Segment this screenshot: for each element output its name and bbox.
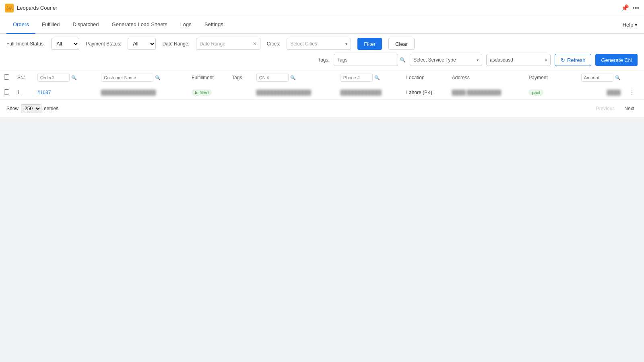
row-fulfillment: fulfilled <box>188 85 228 100</box>
th-address: Address <box>448 70 525 85</box>
app-branding: 🐆 Leopards Courier <box>5 4 57 12</box>
date-clear-icon[interactable]: ✕ <box>253 41 257 47</box>
row-amount: ████ <box>561 85 625 100</box>
cn-value: ████████████████ <box>256 90 311 95</box>
row-more-icon[interactable]: ⋮ <box>629 89 635 96</box>
table-row: 1 #1037 ████████████████ fulfilled █████… <box>0 85 644 100</box>
amount-search-icon[interactable]: 🔍 <box>615 75 621 80</box>
payment-status-select[interactable]: All Paid Unpaid <box>128 38 156 50</box>
row-payment: paid <box>524 85 561 100</box>
row-phone: ████████████ <box>336 85 402 100</box>
filter-row-2: Tags: 🔍 Select Service Type ▾ asdasdasd … <box>6 54 638 66</box>
select-all-checkbox[interactable] <box>4 74 9 80</box>
previous-button[interactable]: Previous <box>593 104 618 113</box>
fulfillment-status-label: Fulfillment Status: <box>6 41 45 47</box>
row-location: Lahore (PK) <box>402 85 448 100</box>
th-sr: Sr# <box>13 70 33 85</box>
tab-fulfilled[interactable]: Fulfilled <box>35 16 66 34</box>
refresh-icon: ↻ <box>561 57 565 63</box>
service-type-arrow: ▾ <box>477 58 479 62</box>
amount-search-input[interactable] <box>581 74 613 82</box>
entries-per-page-select[interactable]: 10 25 50 100 250 <box>21 104 41 113</box>
cn-search-input[interactable] <box>256 74 289 82</box>
table-header-row: Sr# 🔍 🔍 Fulfillment <box>0 70 644 85</box>
more-options-icon[interactable]: ••• <box>632 4 639 12</box>
clear-button[interactable]: Clear <box>388 38 415 50</box>
table-footer: Show 10 25 50 100 250 entries Previous N… <box>0 100 644 117</box>
account-dropdown-arrow: ▾ <box>545 58 547 62</box>
phone-search-input[interactable] <box>341 74 373 82</box>
cities-label: Cities: <box>267 41 280 47</box>
row-tags <box>228 85 252 100</box>
phone-search-icon[interactable]: 🔍 <box>374 75 380 80</box>
order-search-input[interactable] <box>37 74 70 82</box>
orders-table: Sr# 🔍 🔍 Fulfillment <box>0 70 644 100</box>
row-cn: ████████████████ <box>252 85 336 100</box>
row-actions-cell: ⋮ <box>625 85 644 100</box>
cn-search-icon[interactable]: 🔍 <box>290 75 296 80</box>
phone-value: ████████████ <box>341 90 382 95</box>
th-tags: Tags <box>228 70 252 85</box>
nav-tabs: Orders Fulfilled Dispatched Generated Lo… <box>6 16 230 34</box>
help-button[interactable]: Help ▾ <box>623 22 638 28</box>
fulfillment-badge: fulfilled <box>192 89 212 96</box>
cities-placeholder: Select Cities <box>290 41 317 47</box>
tab-orders[interactable]: Orders <box>6 16 35 34</box>
refresh-label: Refresh <box>567 57 586 63</box>
payment-badge: paid <box>528 89 543 96</box>
orders-table-wrap: Sr# 🔍 🔍 Fulfillment <box>0 70 644 100</box>
customer-name-search-input[interactable] <box>101 74 153 82</box>
show-entries: Show 10 25 50 100 250 entries <box>6 104 58 113</box>
date-range-label: Date Range: <box>162 41 189 47</box>
generate-cn-button[interactable]: Generate CN <box>595 54 638 66</box>
th-fulfillment: Fulfillment <box>188 70 228 85</box>
row-checkbox-cell <box>0 85 13 100</box>
tab-settings[interactable]: Settings <box>198 16 230 34</box>
th-customer-name: 🔍 <box>97 70 188 85</box>
service-type-placeholder: Select Service Type <box>413 57 456 63</box>
row-order: #1037 <box>33 85 97 100</box>
th-order: 🔍 <box>33 70 97 85</box>
service-type-select[interactable]: Select Service Type ▾ <box>410 54 482 66</box>
date-range-input[interactable]: Date Range ✕ <box>196 38 260 50</box>
account-select[interactable]: asdasdasd ▾ <box>486 54 551 66</box>
refresh-button[interactable]: ↻ Refresh <box>555 54 592 66</box>
order-link[interactable]: #1037 <box>37 90 51 95</box>
customer-name-value: ████████████████ <box>101 90 156 95</box>
row-checkbox[interactable] <box>4 89 9 95</box>
th-payment: Payment <box>524 70 561 85</box>
tags-input[interactable] <box>334 54 398 66</box>
filter-bar: Fulfillment Status: All Fulfilled Unfulf… <box>0 34 644 70</box>
pin-icon[interactable]: 📌 <box>621 4 629 12</box>
date-range-placeholder: Date Range <box>200 41 225 47</box>
tags-search-icon[interactable]: 🔍 <box>400 57 406 63</box>
entries-label: entries <box>44 106 58 111</box>
tags-label: Tags: <box>318 57 330 63</box>
filter-button[interactable]: Filter <box>357 38 382 50</box>
th-location: Location <box>402 70 448 85</box>
app-title: Leopards Courier <box>17 5 57 11</box>
order-search-icon[interactable]: 🔍 <box>71 75 77 80</box>
cities-dropdown-arrow: ▾ <box>345 42 347 46</box>
row-sr: 1 <box>13 85 33 100</box>
top-bar-actions: 📌 ••• <box>621 4 639 12</box>
show-label: Show <box>6 106 19 111</box>
th-cn: 🔍 <box>252 70 336 85</box>
row-customer-name: ████████████████ <box>97 85 188 100</box>
th-checkbox <box>0 70 13 85</box>
payment-status-label: Payment Status: <box>86 41 121 47</box>
next-button[interactable]: Next <box>621 104 638 113</box>
tab-logs[interactable]: Logs <box>174 16 198 34</box>
address-value: ████ ██████████ <box>452 90 501 95</box>
th-amount: 🔍 <box>561 70 625 85</box>
tab-generated-load-sheets[interactable]: Generated Load Sheets <box>105 16 174 34</box>
customer-search-icon[interactable]: 🔍 <box>155 75 161 80</box>
tab-dispatched[interactable]: Dispatched <box>66 16 105 34</box>
amount-value: ████ <box>607 90 621 95</box>
cities-select[interactable]: Select Cities ▾ <box>287 38 351 50</box>
filter-row-1: Fulfillment Status: All Fulfilled Unfulf… <box>6 38 638 50</box>
fulfillment-status-select[interactable]: All Fulfilled Unfulfilled <box>51 38 79 50</box>
nav-bar: Orders Fulfilled Dispatched Generated Lo… <box>0 16 644 34</box>
pagination-controls: Previous Next <box>593 104 638 113</box>
row-address: ████ ██████████ <box>448 85 525 100</box>
